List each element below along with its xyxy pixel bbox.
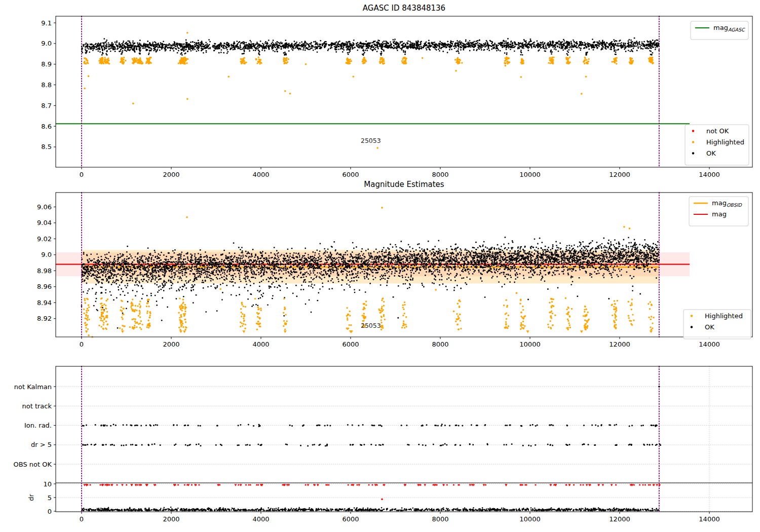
dr-tick-label: 10: [43, 480, 52, 488]
agasc-magnitude-figure: 25053AGASC ID 84384813602000400060008000…: [0, 0, 760, 532]
agasc-mag-axes: 020004000600080001000012000140008.58.68.…: [41, 16, 752, 178]
y-tick-label: 9.0: [41, 251, 52, 258]
x-tick-label: 6000: [342, 515, 359, 523]
figure: 25053AGASC ID 84384813602000400060008000…: [0, 0, 760, 532]
y-tick-label: 8.6: [41, 123, 52, 130]
x-tick-label: 12000: [609, 340, 630, 348]
x-tick-label: 10000: [519, 515, 540, 523]
flag-category-label: dr > 5: [31, 441, 52, 448]
plot-title: AGASC ID 843848136: [363, 4, 445, 13]
axes-frame: [56, 366, 752, 512]
y-tick-label: 9.1: [41, 19, 52, 27]
y-tick-label: 8.92: [37, 315, 52, 322]
x-tick-label: 0: [80, 340, 84, 348]
x-tick-label: 12000: [609, 171, 630, 178]
x-tick-label: 10000: [519, 340, 540, 348]
flags-dr-plot: [56, 366, 752, 512]
y-tick-label: 8.94: [37, 299, 52, 307]
legend-label: mag: [712, 210, 727, 218]
legend-label: Highlighted: [705, 312, 743, 320]
dr-tick-label: 0: [48, 508, 52, 515]
flag-category-label: not Kalman: [14, 383, 52, 391]
y-tick-label: 8.9: [41, 60, 52, 68]
x-tick-label: 4000: [252, 515, 269, 523]
y-tick-label: 8.5: [41, 143, 52, 150]
x-tick-label: 8000: [432, 340, 448, 348]
x-tick-label: 0: [80, 515, 84, 523]
y-tick-label: 8.7: [41, 102, 52, 109]
x-tick-label: 6000: [342, 171, 359, 178]
x-tick-label: 4000: [252, 340, 269, 348]
legend-label: Highlighted: [706, 138, 744, 146]
legend-label: OK: [705, 323, 714, 331]
x-tick-label: 14000: [699, 171, 719, 178]
plot-title: Magnitude Estimates: [364, 180, 444, 189]
obsid-annotation: 25053: [361, 322, 381, 329]
y-tick-label: 9.02: [37, 235, 52, 243]
flag-category-label: OBS not OK: [14, 461, 52, 468]
flag-category-label: Ion. rad.: [24, 422, 52, 429]
x-tick-label: 4000: [252, 171, 269, 178]
flag-category-label: not track: [22, 402, 52, 410]
x-tick-label: 2000: [163, 515, 179, 523]
x-tick-label: 14000: [699, 515, 719, 523]
x-tick-label: 12000: [609, 515, 630, 523]
ok-points: [81, 37, 660, 56]
obsid-annotation: 25053: [361, 137, 381, 144]
y-tick-label: 8.98: [37, 267, 52, 275]
x-tick-label: 6000: [342, 340, 359, 348]
x-tick-label: 2000: [163, 171, 179, 178]
x-tick-label: 14000: [699, 340, 719, 348]
legend-label: OK: [706, 149, 716, 157]
legend-label: not OK: [706, 127, 729, 135]
flag-points: [82, 386, 662, 446]
y-tick-label: 8.8: [41, 81, 52, 89]
dr-points: [81, 507, 659, 511]
x-tick-label: 0: [80, 171, 84, 178]
x-tick-label: 8000: [432, 515, 448, 523]
y-tick-label: 9.06: [37, 203, 52, 211]
y-tick-label: 9.0: [41, 40, 52, 47]
dr-axis-label: dr: [27, 494, 35, 501]
x-tick-label: 10000: [519, 171, 540, 178]
axes-frame: [56, 16, 752, 167]
y-tick-label: 8.96: [37, 283, 52, 290]
x-tick-label: 8000: [432, 171, 448, 178]
x-tick-label: 2000: [163, 340, 179, 348]
dr-tick-label: 5: [48, 494, 52, 502]
agasc-mag-plot: 25053: [56, 16, 690, 167]
magnitude-estimates-plot: 25053: [56, 193, 690, 338]
y-tick-label: 9.04: [37, 219, 52, 226]
